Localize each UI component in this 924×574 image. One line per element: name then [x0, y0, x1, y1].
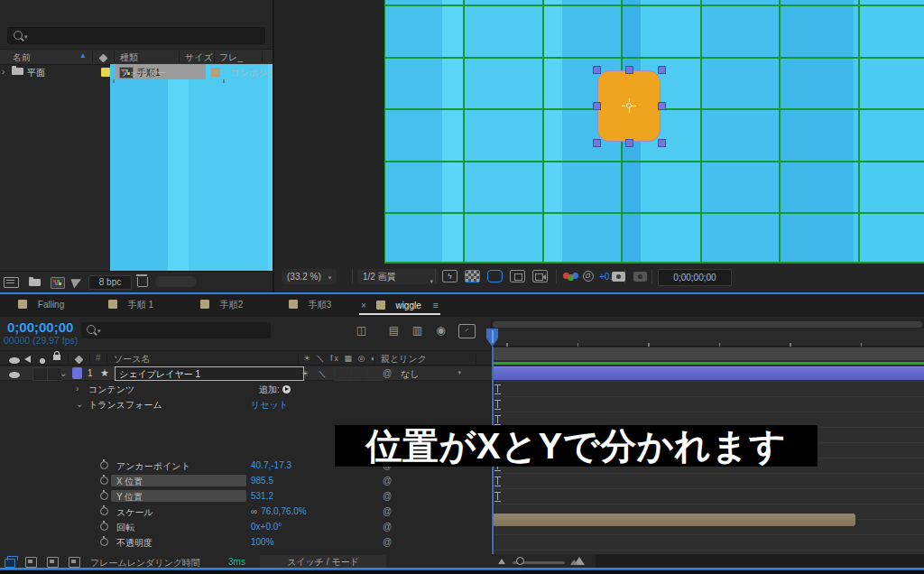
selection-handle[interactable]: [658, 102, 666, 110]
property-row[interactable]: スケール ∞76.0,76.0% @: [0, 505, 492, 520]
lock-column-icon[interactable]: [53, 351, 60, 362]
column-divider[interactable]: [214, 51, 215, 62]
stopwatch-icon[interactable]: [100, 523, 108, 531]
region-of-interest-icon[interactable]: [510, 270, 525, 282]
stopwatch-icon[interactable]: [100, 507, 108, 515]
switches-column-icons[interactable]: ☀ ＼ fx ▦ ◎ ◐: [303, 353, 377, 365]
pick-whip-icon[interactable]: @: [383, 491, 392, 501]
property-row[interactable]: 回転 ∞0x+0.0° @: [0, 520, 492, 535]
blend-modes-icon[interactable]: [25, 557, 37, 568]
project-settings-icon[interactable]: [4, 277, 19, 288]
pick-whip-icon[interactable]: @: [383, 522, 392, 532]
trash-icon[interactable]: [137, 277, 148, 287]
property-name[interactable]: X 位置: [111, 475, 246, 486]
anchor-icons-icon[interactable]: [47, 557, 59, 568]
take-snapshot-icon[interactable]: [612, 272, 625, 282]
zoom-in-mountain-icon[interactable]: [574, 557, 585, 565]
column-divider[interactable]: [262, 51, 263, 62]
timeline-tab[interactable]: × 手順3 ≡: [289, 294, 331, 316]
timeline-tab[interactable]: × Falling ≡: [18, 294, 64, 316]
current-timecode[interactable]: 0;00;00;00: [7, 319, 73, 335]
resolution-dropdown[interactable]: 1/2 画質▾: [357, 269, 439, 284]
zoom-out-mountain-icon[interactable]: [498, 559, 505, 564]
frame-blend-icon[interactable]: ▥: [410, 324, 425, 337]
motion-blur-icon[interactable]: ◉: [433, 324, 448, 337]
graph-editor-icon[interactable]: ◜: [458, 324, 476, 338]
time-ruler[interactable]: [492, 329, 924, 347]
parent-dropdown[interactable]: なし▾: [395, 367, 466, 379]
expand-layers-icon[interactable]: [5, 559, 15, 568]
add-property-control[interactable]: 追加:: [259, 384, 291, 396]
property-name[interactable]: Y 位置: [111, 490, 246, 502]
property-name[interactable]: アンカーポイント: [111, 459, 246, 471]
anchor-point-icon[interactable]: [623, 99, 635, 112]
property-value[interactable]: ∞100%: [251, 537, 274, 547]
pick-whip-icon[interactable]: @: [383, 506, 392, 516]
layer-visibility-eye-icon[interactable]: [9, 370, 20, 380]
panel-menu-icon[interactable]: ≡: [433, 300, 439, 310]
group-name[interactable]: トランスフォーム: [88, 399, 162, 412]
label-column-icon[interactable]: [76, 355, 82, 365]
timeline-zoom-knob[interactable]: [516, 557, 524, 565]
selection-handle[interactable]: [625, 139, 633, 147]
number-column[interactable]: #: [96, 353, 101, 363]
layer2-duration-bar[interactable]: [493, 514, 855, 526]
contents-group-row[interactable]: › コンテンツ 追加:: [0, 382, 492, 397]
selection-handle[interactable]: [593, 66, 601, 74]
layer-row-1[interactable]: ⌄ 1 ★ シェイプレイヤー 1 ☀ ＼ @ なし▾: [0, 366, 492, 381]
property-name[interactable]: スケール: [111, 505, 246, 517]
work-area-bar[interactable]: [493, 347, 924, 360]
item-name[interactable]: 平面: [27, 67, 45, 79]
new-composition-icon[interactable]: [51, 277, 65, 289]
puppet-icon[interactable]: [69, 557, 80, 568]
show-snapshot-icon[interactable]: [633, 272, 647, 282]
selection-handle[interactable]: [593, 102, 601, 110]
source-name-column[interactable]: ソース名: [114, 353, 150, 366]
property-value[interactable]: ∞531.2: [251, 491, 273, 501]
stopwatch-icon[interactable]: [100, 461, 108, 469]
timeline-search-input[interactable]: ▾: [81, 322, 271, 338]
solo-column-icon[interactable]: [40, 356, 45, 366]
property-row[interactable]: 不透明度 ∞100% @: [0, 535, 492, 551]
color-depth-button[interactable]: 8 bpc: [88, 275, 132, 290]
channel-rgb-icon[interactable]: [563, 273, 578, 280]
column-divider[interactable]: [114, 51, 115, 62]
timeline-tab[interactable]: × wiggle ≡: [361, 294, 439, 316]
column-frame[interactable]: フレ_: [219, 51, 243, 64]
column-name[interactable]: 名前: [13, 51, 31, 64]
pick-whip-icon[interactable]: @: [383, 476, 392, 486]
composition-mini-flowchart-icon[interactable]: ◫: [354, 324, 369, 337]
expanded-chevron-icon[interactable]: ⌄: [76, 399, 83, 409]
fast-preview-icon[interactable]: ϟ: [442, 270, 457, 282]
pick-whip-icon[interactable]: @: [383, 368, 392, 378]
label-color-swatch[interactable]: [101, 68, 110, 77]
transparency-grid-icon[interactable]: [465, 270, 480, 282]
selection-handle[interactable]: [625, 66, 633, 74]
pick-whip-icon[interactable]: @: [383, 537, 392, 547]
layer1-duration-bar[interactable]: [493, 366, 924, 380]
switches-modes-button[interactable]: スイッチ / モード: [260, 555, 386, 569]
camera-preview-icon[interactable]: [532, 270, 548, 282]
collapsed-chevron-icon[interactable]: ›: [76, 384, 79, 393]
sort-ascending-icon[interactable]: ▲: [79, 51, 87, 60]
interpret-footage-icon[interactable]: [70, 275, 83, 288]
layer-label-swatch[interactable]: [72, 367, 82, 379]
selection-handle[interactable]: [658, 66, 666, 74]
mask-visibility-icon[interactable]: [487, 270, 503, 282]
viewer-timecode[interactable]: 0;00;00;00: [658, 269, 732, 286]
parent-link-column[interactable]: 親とリンク: [381, 353, 427, 366]
property-row[interactable]: Y 位置 ∞531.2 @: [0, 489, 492, 505]
property-row[interactable]: X 位置 ∞985.5 @: [0, 474, 492, 489]
panel-grabber[interactable]: [155, 276, 197, 287]
search-options-caret-icon[interactable]: ▾: [97, 328, 101, 335]
selection-handle[interactable]: [658, 139, 666, 147]
stopwatch-icon[interactable]: [100, 538, 108, 546]
property-name[interactable]: 回転: [111, 521, 246, 532]
property-value[interactable]: ∞76.0,76.0%: [251, 506, 307, 516]
property-value[interactable]: ∞985.5: [251, 476, 273, 486]
group-name[interactable]: コンテンツ: [88, 384, 134, 396]
label-column-icon[interactable]: [100, 53, 106, 63]
project-search-input[interactable]: ▾: [7, 27, 265, 44]
column-size[interactable]: サイズ: [185, 51, 213, 64]
stopwatch-icon[interactable]: [100, 477, 108, 485]
